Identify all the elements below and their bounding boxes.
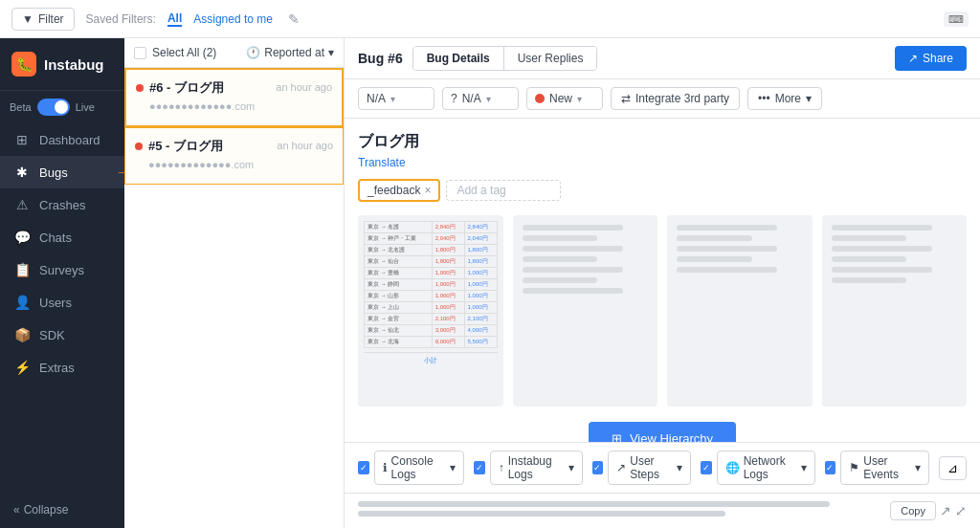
user-events-item[interactable]: ✓ ⚑ User Events ▾: [825, 451, 929, 485]
share-icon: ↗: [908, 52, 918, 65]
add-tag-placeholder: Add a tag: [457, 184, 505, 197]
network-logs-dropdown[interactable]: 🌐 Network Logs ▾: [717, 451, 815, 485]
screenshot-3[interactable]: [667, 215, 813, 407]
chevron-down-icon-7: ▾: [677, 461, 682, 474]
mini-table: 東京 → 名護2,840円2,840円東京 → 神戸・工業2,040円2,040…: [364, 221, 498, 348]
steps-icon: ↗: [616, 461, 626, 474]
copy-button[interactable]: Copy: [890, 501, 936, 520]
tag-feedback: _feedback ×: [358, 179, 440, 202]
sidebar-item-label-bugs: Bugs: [39, 165, 68, 180]
bug-item-6[interactable]: #6 - ブログ用 ●●●●●●●●●●●●●.com an hour ago: [124, 68, 344, 127]
reported-at-button[interactable]: 🕐 Reported at ▾: [246, 46, 334, 59]
sidebar-item-crashes[interactable]: ⚠ Crashes: [0, 188, 124, 221]
funnel-button[interactable]: ⊿: [939, 456, 967, 480]
all-filter-link[interactable]: All: [167, 11, 182, 27]
select-all-checkbox[interactable]: [134, 47, 146, 59]
funnel-icon: ⊿: [947, 461, 958, 475]
external-link-button[interactable]: ↗: [940, 501, 951, 520]
sidebar-item-dashboard[interactable]: ⊞ Dashboard: [0, 123, 124, 156]
screenshot-4[interactable]: [822, 215, 968, 407]
na-select-1[interactable]: N/A N/A ▾: [358, 87, 434, 110]
screenshot-1[interactable]: 東京 → 名護2,840円2,840円東京 → 神戸・工業2,040円2,040…: [358, 215, 503, 407]
sidebar-item-sdk[interactable]: 📦 SDK: [0, 319, 124, 351]
expand-button[interactable]: ⤢: [955, 501, 967, 520]
na-select-2[interactable]: ? N/A ▾: [442, 87, 519, 110]
more-label: More: [775, 92, 801, 105]
bug-6-title-text: #6 - ブログ用: [149, 79, 224, 97]
network-logs-item[interactable]: ✓ 🌐 Network Logs ▾: [701, 451, 815, 485]
blur-line: [523, 267, 623, 273]
na-label-2: N/A: [462, 92, 481, 105]
bug-6-time: an hour ago: [276, 81, 332, 93]
share-button[interactable]: ↗ Share: [895, 46, 967, 71]
chevron-down-icon: ▾: [328, 46, 334, 59]
more-button[interactable]: ••• More ▾: [747, 87, 822, 110]
instabug-logs-dropdown[interactable]: ↑ Instabug Logs ▾: [490, 451, 583, 485]
sdk-icon: 📦: [13, 327, 31, 342]
bug-item-5[interactable]: #5 - ブログ用 ●●●●●●●●●●●●●.com an hour ago: [124, 127, 344, 185]
chevron-down-icon-5: ▾: [450, 461, 456, 474]
bug-list-header: Select All (2) 🕐 Reported at ▾: [124, 38, 344, 68]
tag-close-icon[interactable]: ×: [424, 184, 431, 197]
select-all-label: Select All (2): [152, 46, 216, 59]
chevron-down-icon-9: ▾: [915, 461, 921, 474]
filter-label: Filter: [38, 12, 64, 26]
sidebar-item-surveys[interactable]: 📋 Surveys: [0, 253, 124, 286]
filter-button[interactable]: ▼ Filter: [11, 8, 75, 31]
tab-bug-details[interactable]: Bug Details: [413, 47, 504, 70]
sidebar-item-extras[interactable]: ⚡ Extras: [0, 351, 124, 384]
user-steps-dropdown[interactable]: ↗ User Steps ▾: [608, 451, 691, 485]
blur-line: [677, 246, 777, 252]
tab-user-replies[interactable]: User Replies: [504, 47, 597, 70]
console-logs-dropdown[interactable]: ℹ Console Logs ▾: [374, 451, 464, 485]
status-dot: [535, 94, 545, 103]
na-label-1: N/A: [367, 92, 386, 105]
edit-icon[interactable]: ✎: [288, 11, 300, 27]
instabug-logs-item[interactable]: ✓ ↑ Instabug Logs ▾: [474, 451, 583, 485]
question-icon: ?: [451, 92, 457, 105]
beta-live-toggle-switch[interactable]: [37, 99, 70, 116]
view-hierarchy-button[interactable]: ⊞ View Hierarchy: [589, 422, 736, 442]
user-steps-check: ✓: [592, 461, 604, 474]
users-icon: 👤: [13, 295, 31, 310]
sidebar-item-chats[interactable]: 💬 Chats: [0, 221, 124, 253]
console-logs-item[interactable]: ✓ ℹ Console Logs ▾: [358, 451, 464, 485]
sidebar-item-bugs[interactable]: ✱ Bugs →: [0, 156, 124, 188]
console-output: [358, 501, 882, 517]
screenshot-2[interactable]: [513, 215, 658, 407]
user-steps-label: User Steps: [630, 454, 673, 481]
instabug-icon: ↑: [499, 461, 504, 474]
instabug-logs-label: Instabug Logs: [508, 454, 565, 481]
console-logs-label: Console Logs: [391, 454, 446, 481]
assigned-filter-link[interactable]: Assigned to me: [193, 12, 273, 26]
user-events-dropdown[interactable]: ⚑ User Events ▾: [840, 451, 929, 485]
user-steps-item[interactable]: ✓ ↗ User Steps ▾: [592, 451, 691, 485]
instabug-logs-check: ✓: [474, 461, 485, 474]
extras-icon: ⚡: [13, 360, 31, 375]
sidebar-item-users[interactable]: 👤 Users: [0, 286, 124, 319]
blur-line: [832, 225, 932, 231]
instabug-logo-icon: 🐛: [11, 52, 36, 77]
console-actions: Copy ↗ ⤢: [890, 501, 967, 520]
sidebar-item-label-extras: Extras: [39, 361, 75, 375]
tab-group: Bug Details User Replies: [412, 46, 598, 71]
screenshots-area: 東京 → 名護2,840円2,840円東京 → 神戸・工業2,040円2,040…: [358, 215, 967, 407]
translate-link[interactable]: Translate: [358, 156, 967, 169]
chevron-down-icon-6: ▾: [568, 461, 574, 474]
bug-list-panel: Select All (2) 🕐 Reported at ▾ #6 - ブログ用…: [124, 38, 345, 528]
clock-icon: 🕐: [246, 46, 260, 59]
reported-at-label: Reported at: [264, 46, 324, 59]
blur-line: [677, 225, 777, 231]
bug-5-title-text: #5 - ブログ用: [148, 138, 223, 155]
bug-detail-body: ブログ用 Translate _feedback × Add a tag: [345, 119, 980, 442]
status-select[interactable]: New ▾: [526, 87, 603, 110]
add-tag-input[interactable]: Add a tag: [446, 180, 561, 201]
collapse-label: Collapse: [24, 503, 69, 517]
bug-number: Bug #6: [358, 51, 403, 66]
collapse-button[interactable]: « Collapse: [13, 503, 111, 517]
bug-title: ブログ用: [358, 132, 967, 152]
topbar-right: ⌨: [944, 11, 969, 26]
dashboard-icon: ⊞: [13, 132, 31, 147]
integrate-button[interactable]: ⇄ Integrate 3rd party: [611, 87, 740, 110]
bug-6-email: ●●●●●●●●●●●●●.com: [149, 100, 332, 112]
